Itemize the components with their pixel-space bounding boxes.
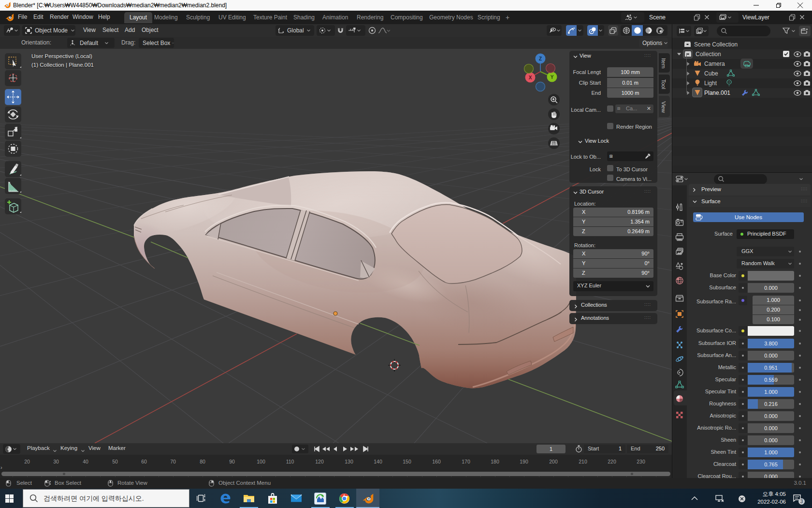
svg-text:Z: Z — [539, 56, 542, 61]
svg-text:Y: Y — [551, 75, 554, 80]
svg-text:X: X — [529, 75, 532, 80]
